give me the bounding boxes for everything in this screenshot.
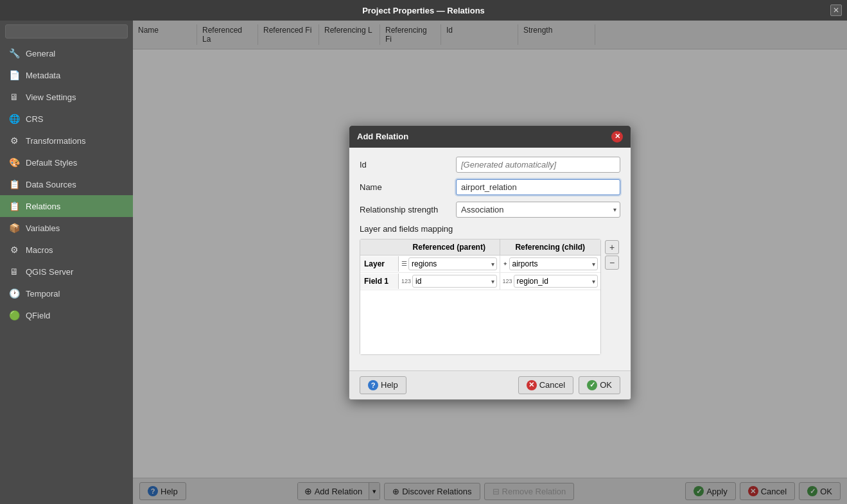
parent-layer-select[interactable]: regions bbox=[408, 257, 497, 270]
mapping-side-buttons: + − bbox=[604, 239, 620, 355]
sidebar-item-metadata[interactable]: 📄Metadata bbox=[0, 64, 133, 86]
window-close-button[interactable]: ✕ bbox=[830, 4, 842, 16]
dialog-help-icon: ? bbox=[368, 380, 378, 390]
window-title: Project Properties — Relations bbox=[362, 6, 485, 15]
dialog-help-button[interactable]: ? Help bbox=[360, 376, 406, 394]
sidebar-icon-view-settings: 🖥 bbox=[8, 91, 21, 103]
add-field-button[interactable]: + bbox=[605, 240, 619, 254]
mapping-section-label: Layer and fields mapping bbox=[360, 224, 620, 234]
mapping-child-header: Referencing (child) bbox=[500, 239, 601, 255]
mapping-area: Referenced (parent) Referencing (child) … bbox=[360, 239, 620, 355]
sidebar-label-crs: CRS bbox=[26, 114, 43, 124]
mapping-col-label-empty bbox=[360, 239, 399, 255]
sidebar-icon-transformations: ⚙ bbox=[8, 134, 21, 147]
child-field1-select[interactable]: region_id bbox=[514, 275, 598, 288]
parent-layer-select-wrapper-outer: ☰ regions ▾ bbox=[401, 257, 497, 270]
child-field1-select-wrapper: region_id ▾ bbox=[514, 275, 598, 288]
sidebar-icon-default-styles: 🎨 bbox=[8, 156, 21, 169]
sidebar-label-relations: Relations bbox=[26, 202, 60, 211]
child-layer-select[interactable]: airports bbox=[509, 257, 598, 270]
sidebar-item-crs[interactable]: 🌐CRS bbox=[0, 108, 133, 130]
dialog-ok-icon: ✓ bbox=[587, 380, 597, 390]
mapping-body-empty bbox=[360, 290, 600, 354]
dialog-close-button[interactable]: ✕ bbox=[611, 131, 623, 143]
sidebar-label-transformations: Transformations bbox=[26, 136, 85, 146]
id-row: Id bbox=[360, 157, 620, 173]
strength-select-wrapper: Association Composition ▾ bbox=[456, 202, 620, 218]
sidebar-icon-temporal: 🕐 bbox=[8, 287, 21, 300]
mapping-table-header: Referenced (parent) Referencing (child) bbox=[360, 239, 600, 256]
id-input[interactable] bbox=[456, 157, 620, 173]
dialog-footer-right: ✕ Cancel ✓ OK bbox=[518, 376, 620, 394]
parent-layer-select-wrapper: regions ▾ bbox=[408, 257, 497, 270]
sidebar-item-default-styles[interactable]: 🎨Default Styles bbox=[0, 152, 133, 173]
add-relation-dialog: Add Relation ✕ Id Name bbox=[349, 125, 631, 400]
sidebar-icon-data-sources: 📋 bbox=[8, 178, 21, 191]
mapping-child-field1-cell: 123 region_id ▾ bbox=[500, 273, 601, 290]
sidebar-icon-qgis-server: 🖥 bbox=[8, 265, 21, 278]
sidebar-item-qgis-server[interactable]: 🖥QGIS Server bbox=[0, 261, 133, 282]
sidebar-item-general[interactable]: 🔧General bbox=[0, 42, 133, 64]
sidebar-item-view-settings[interactable]: 🖥View Settings bbox=[0, 86, 133, 108]
sidebar-label-qgis-server: QGIS Server bbox=[26, 267, 73, 277]
dialog-ok-button[interactable]: ✓ OK bbox=[579, 376, 620, 394]
sidebar-icon-general: 🔧 bbox=[8, 47, 21, 60]
dialog-body: Id Name Relationship strength Associat bbox=[349, 148, 631, 370]
mapping-parent-header: Referenced (parent) bbox=[399, 239, 500, 255]
dialog-cancel-button[interactable]: ✕ Cancel bbox=[518, 376, 573, 394]
sidebar-item-temporal[interactable]: 🕐Temporal bbox=[0, 282, 133, 304]
sidebar-item-transformations[interactable]: ⚙Transformations bbox=[0, 130, 133, 152]
sidebar-icon-qfield: 🟢 bbox=[8, 309, 21, 322]
sidebar-item-qfield[interactable]: 🟢QField bbox=[0, 304, 133, 326]
dialog-title: Add Relation bbox=[357, 132, 408, 141]
child-field1-select-wrapper-outer: 123 region_id ▾ bbox=[503, 275, 598, 288]
parent-field1-select-wrapper-outer: 123 id ▾ bbox=[401, 275, 497, 288]
sidebar-search-area bbox=[0, 21, 133, 42]
parent-field1-select[interactable]: id bbox=[412, 275, 496, 288]
dialog-cancel-icon: ✕ bbox=[527, 380, 537, 390]
sidebar-icon-relations: 📋 bbox=[8, 200, 21, 213]
sidebar-item-data-sources[interactable]: 📋Data Sources bbox=[0, 173, 133, 195]
mapping-field1-label: Field 1 bbox=[360, 274, 399, 289]
parent-field1-select-wrapper: id ▾ bbox=[412, 275, 496, 288]
sidebar-item-relations[interactable]: 📋Relations bbox=[0, 195, 133, 217]
sidebar-icon-variables: 📦 bbox=[8, 222, 21, 234]
sidebar: 🔧General📄Metadata🖥View Settings🌐CRS⚙Tran… bbox=[0, 21, 133, 504]
remove-field-button[interactable]: − bbox=[605, 256, 619, 270]
strength-select[interactable]: Association Composition bbox=[456, 202, 620, 218]
mapping-parent-layer-cell: ☰ regions ▾ bbox=[399, 256, 500, 272]
sidebar-item-variables[interactable]: 📦Variables bbox=[0, 217, 133, 239]
name-input[interactable] bbox=[456, 179, 620, 195]
strength-label: Relationship strength bbox=[360, 205, 456, 214]
dialog-footer: ? Help ✕ Cancel ✓ OK bbox=[349, 370, 631, 399]
mapping-table-wrap: Referenced (parent) Referencing (child) … bbox=[360, 239, 601, 355]
sidebar-item-macros[interactable]: ⚙Macros bbox=[0, 239, 133, 261]
name-label: Name bbox=[360, 182, 456, 192]
mapping-parent-field1-cell: 123 id ▾ bbox=[399, 273, 500, 290]
mapping-layer-label: Layer bbox=[360, 256, 399, 272]
content-area: Name Referenced La Referenced Fi Referen… bbox=[133, 21, 847, 504]
modal-overlay: Add Relation ✕ Id Name bbox=[133, 21, 847, 504]
sidebar-label-variables: Variables bbox=[26, 223, 60, 233]
main-layout: 🔧General📄Metadata🖥View Settings🌐CRS⚙Tran… bbox=[0, 21, 847, 504]
mapping-layer-row: Layer ☰ regions bbox=[360, 256, 600, 273]
child-field1-icon: 123 bbox=[503, 278, 512, 284]
child-layer-select-wrapper-outer: ✦ airports ▾ bbox=[503, 257, 598, 270]
mapping-table: Referenced (parent) Referencing (child) … bbox=[360, 239, 601, 355]
sidebar-label-default-styles: Default Styles bbox=[26, 158, 77, 168]
parent-layer-icon: ☰ bbox=[401, 260, 407, 267]
parent-field1-icon: 123 bbox=[401, 278, 411, 284]
strength-row: Relationship strength Association Compos… bbox=[360, 202, 620, 218]
sidebar-label-temporal: Temporal bbox=[26, 289, 60, 299]
sidebar-search-input[interactable] bbox=[5, 24, 128, 39]
sidebar-label-view-settings: View Settings bbox=[26, 92, 76, 102]
mapping-field1-row: Field 1 123 id bbox=[360, 273, 600, 290]
sidebar-label-general: General bbox=[26, 49, 55, 58]
sidebar-icon-crs: 🌐 bbox=[8, 112, 21, 125]
sidebar-label-data-sources: Data Sources bbox=[26, 180, 76, 189]
sidebar-label-macros: Macros bbox=[26, 245, 53, 255]
sidebar-label-qfield: QField bbox=[26, 311, 50, 320]
sidebar-label-metadata: Metadata bbox=[26, 71, 60, 80]
mapping-child-layer-cell: ✦ airports ▾ bbox=[500, 256, 601, 272]
sidebar-icon-macros: ⚙ bbox=[8, 243, 21, 256]
